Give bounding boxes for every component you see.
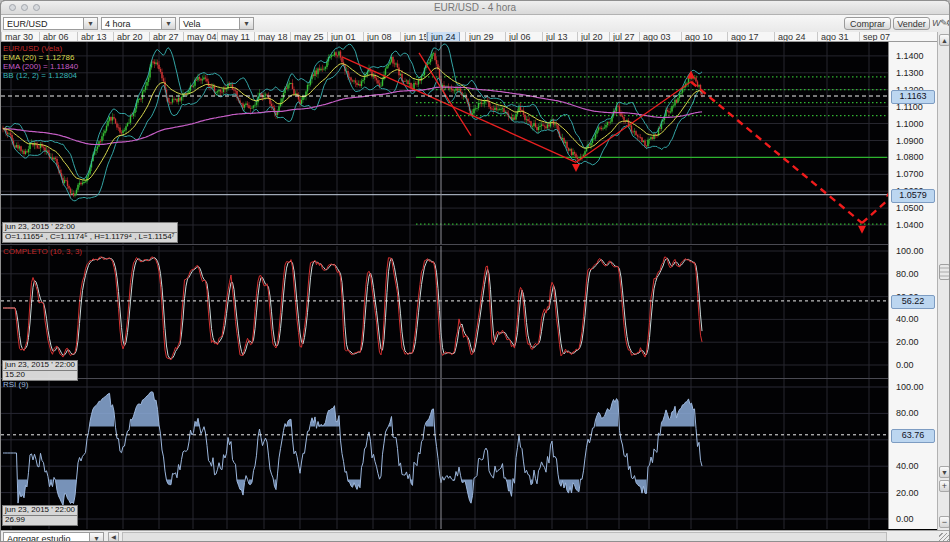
- x-axis-label: may 18: [258, 32, 288, 42]
- chevron-down-icon[interactable]: ▾: [89, 533, 103, 542]
- zoom-in-button[interactable]: +: [939, 480, 950, 492]
- chart-area[interactable]: EUR/USD (Vela) EMA (20) = 1.12786 EMA (2…: [1, 42, 888, 529]
- price-axis-label: 1.1300: [896, 68, 924, 78]
- vertical-scrollbar[interactable]: ▲ ▼ + −: [937, 32, 950, 530]
- x-axis-label: abr 06: [43, 32, 69, 42]
- x-axis-label: may 11: [221, 32, 250, 42]
- chart-type-select-value: Vela: [183, 19, 201, 29]
- stochastic-info-box: jun 23, 2015 ' 22:00 15.20: [2, 360, 78, 381]
- symbol-select-value: EUR/USD: [7, 19, 48, 29]
- price-panel[interactable]: [1, 42, 888, 244]
- title-bar: EUR/USD - 4 hora: [1, 1, 949, 15]
- x-axis-label: abr 27: [153, 32, 179, 42]
- x-axis-label: jun 01: [331, 32, 356, 42]
- x-axis-label: jul 06: [509, 32, 531, 42]
- x-axis-tick: [113, 32, 114, 42]
- x-axis-tick: [609, 32, 610, 42]
- chevron-down-icon[interactable]: ▾: [239, 18, 253, 29]
- x-axis-tick: [639, 32, 640, 42]
- trend-arrow-icon: [687, 71, 695, 79]
- zoom-out-button[interactable]: −: [939, 516, 950, 528]
- panel-separator: [1, 378, 888, 379]
- x-axis-label: sep 07: [863, 32, 890, 42]
- x-axis-tick: [217, 32, 218, 42]
- scroll-up-button[interactable]: ▲: [939, 34, 950, 46]
- legend-item-ema20: EMA (20) = 1.12786: [3, 53, 78, 62]
- legend-series-title: EUR/USD (Vela): [3, 44, 78, 53]
- x-axis-strip: mar 30abr 06abr 13abr 20abr 27may 04may …: [1, 32, 937, 42]
- x-axis-label: may 25: [294, 32, 324, 42]
- stochastic-axis-label: 100.00: [896, 246, 924, 256]
- trend-arrow-icon: [858, 226, 866, 234]
- x-axis-label: jul 27: [613, 32, 635, 42]
- chevron-down-icon[interactable]: ▾: [83, 18, 97, 29]
- x-axis-label: ago 17: [731, 32, 759, 42]
- x-axis-tick: [39, 32, 40, 42]
- stochastic-label: COMPLETO (10, 3, 3): [3, 247, 82, 256]
- rsi-axis-label: 40.00: [896, 461, 919, 471]
- x-axis-label: ago 10: [685, 32, 713, 42]
- x-axis-tick: [327, 32, 328, 42]
- candle-info-box: jun 23, 2015 ' 22:00 O=1.1165⁴ , C=1.117…: [2, 222, 178, 243]
- scrollbar-thumb[interactable]: [939, 264, 950, 280]
- x-axis-tick: [465, 32, 466, 42]
- chart-legend: EUR/USD (Vela) EMA (20) = 1.12786 EMA (2…: [3, 44, 78, 80]
- x-axis-tick: [681, 32, 682, 42]
- legend-item-bb: BB (12, 2) = 1.12804: [3, 71, 78, 80]
- x-axis-label: abr 13: [81, 32, 107, 42]
- x-axis-tick: [817, 32, 818, 42]
- x-axis-tick: [774, 32, 775, 42]
- scroll-down-button[interactable]: ▼: [939, 466, 950, 478]
- stochastic-axis-label: 40.00: [896, 314, 919, 324]
- scroll-left-button[interactable]: ◀: [108, 532, 119, 542]
- trading-window: EUR/USD - 4 hora EUR/USD ▾ 4 hora ▾ Vela…: [0, 0, 950, 542]
- window-title: EUR/USD - 4 hora: [1, 2, 949, 13]
- stochastic-axis-label: 0.00: [896, 360, 914, 370]
- rsi-axis-label: 100.00: [896, 382, 924, 392]
- price-axis-label: 1.0500: [896, 203, 924, 213]
- rsi-label: RSI (9): [3, 380, 28, 389]
- settings-gear-icon[interactable]: ⚙: [946, 18, 950, 29]
- chevron-down-icon[interactable]: ▾: [161, 18, 175, 29]
- x-axis-label: ago 03: [643, 32, 671, 42]
- interval-select[interactable]: 4 hora ▾: [101, 17, 176, 30]
- panel-separator: [1, 244, 888, 245]
- x-axis-tick: [577, 32, 578, 42]
- x-axis-tick: [254, 32, 255, 42]
- rsi-axis-label: 0.00: [896, 514, 914, 524]
- stochastic-grid: [1, 246, 888, 378]
- x-axis-label: may 04: [187, 32, 217, 42]
- stochastic-axis-label: 20.00: [896, 337, 919, 347]
- trend-annotations: [342, 53, 888, 234]
- x-axis-label: ago 24: [778, 32, 806, 42]
- symbol-select[interactable]: EUR/USD ▾: [3, 17, 98, 30]
- price-axis-label: 1.1400: [896, 51, 924, 61]
- stochastic-k-line: [3, 257, 702, 360]
- x-axis-label: jun 15: [404, 32, 429, 42]
- rsi-axis-label: 20.00: [896, 488, 919, 498]
- chart-type-select[interactable]: Vela ▾: [179, 17, 254, 30]
- alert-level-badge: 1.0579: [891, 189, 935, 203]
- stochastic-panel[interactable]: [1, 246, 888, 378]
- x-axis-label: jun 08: [367, 32, 392, 42]
- x-axis-tick: [77, 32, 78, 42]
- price-axis-label: 1.0800: [896, 152, 924, 162]
- horizontal-scrollbar-track[interactable]: [122, 532, 887, 542]
- add-study-select[interactable]: Agregar estudio ▾: [3, 532, 104, 542]
- x-axis-tick: [363, 32, 364, 42]
- rsi-value-badge: 63.76: [891, 429, 935, 443]
- resize-grip-icon[interactable]: [939, 533, 949, 542]
- x-axis-tick: [149, 32, 150, 42]
- stochastic-value-badge: 56.22: [891, 295, 935, 309]
- x-axis-label: ago 31: [821, 32, 849, 42]
- buy-button[interactable]: Comprar: [844, 17, 891, 30]
- footer-bar: Agregar estudio ▾ ◀: [1, 530, 949, 542]
- price-levels: [1, 77, 887, 224]
- x-axis-label-highlighted: jun 24: [427, 32, 460, 42]
- sell-button[interactable]: Vender: [893, 17, 930, 30]
- rsi-axis-label: 80.00: [896, 408, 919, 418]
- rsi-grid: [1, 379, 888, 529]
- x-axis-label: jul 13: [546, 32, 568, 42]
- rsi-panel[interactable]: [1, 379, 888, 529]
- x-axis-label: jul 20: [581, 32, 603, 42]
